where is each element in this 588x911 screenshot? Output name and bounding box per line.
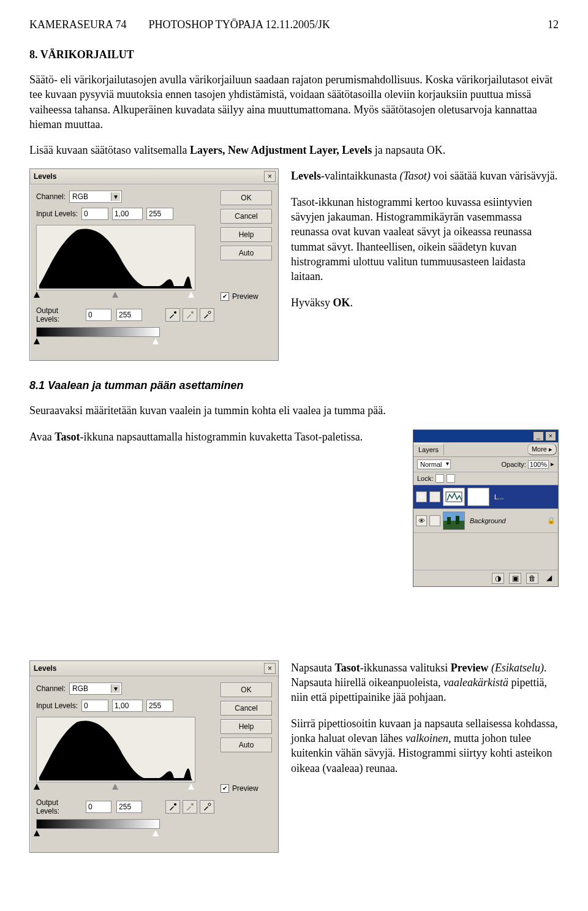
- lock-indicator-icon: 🔒: [547, 516, 556, 524]
- layer-name-2: Background: [467, 517, 545, 524]
- svg-rect-6: [447, 517, 451, 524]
- channel-select[interactable]: RGB ▾: [69, 682, 122, 695]
- section-title: 8. VÄRIKORJAILUT: [29, 48, 559, 61]
- black-point-handle[interactable]: [34, 292, 40, 298]
- sideA-p1-b: Levels: [291, 170, 321, 182]
- sideA-p3-post: .: [350, 297, 353, 309]
- eyedropper-gray-icon[interactable]: [183, 800, 197, 814]
- help-button[interactable]: Help: [221, 227, 272, 242]
- blend-mode-select[interactable]: Normal: [417, 459, 451, 469]
- sideB-p1-i: (Esikatselu): [491, 662, 544, 674]
- sub-p1: Seuraavaksi määritetään kuvan vaalein ja…: [29, 403, 559, 418]
- sideB-p2: Siirrä pipettiosoitin kuvaan ja napsauta…: [291, 716, 559, 776]
- svg-rect-7: [456, 516, 459, 524]
- help-button[interactable]: Help: [221, 719, 272, 734]
- input-level-black[interactable]: 0: [81, 208, 108, 220]
- minimize-icon[interactable]: _: [533, 431, 544, 441]
- svg-point-1: [191, 311, 194, 314]
- close-icon[interactable]: ×: [264, 171, 276, 182]
- ok-button[interactable]: OK: [221, 191, 272, 205]
- svg-rect-4: [443, 512, 464, 521]
- eyedropper-white-icon[interactable]: [200, 308, 214, 322]
- input-level-gamma[interactable]: 1,00: [112, 700, 143, 712]
- levels-titlebar: Levels ×: [30, 169, 278, 184]
- adjustment-layer-row[interactable]: 👁 L...: [413, 485, 558, 509]
- input-slider[interactable]: [36, 784, 194, 792]
- output-white-handle[interactable]: [153, 830, 159, 836]
- eyedropper-gray-icon[interactable]: [183, 308, 197, 322]
- page-header: KAMERASEURA 74 PHOTOSHOP TYÖPAJA 12.11.2…: [29, 18, 559, 31]
- input-level-white[interactable]: 255: [146, 208, 173, 220]
- resize-handle-icon[interactable]: ◢: [543, 573, 554, 583]
- palette-close-icon[interactable]: ×: [545, 431, 556, 441]
- output-white-handle[interactable]: [153, 338, 159, 344]
- white-point-handle[interactable]: [188, 292, 194, 298]
- svg-point-0: [174, 311, 176, 314]
- output-black-handle[interactable]: [34, 830, 40, 836]
- subsection-title: 8.1 Vaalean ja tumman pään asettaminen: [29, 379, 559, 392]
- sideA-p1-rest: -valintaikkunasta: [321, 170, 399, 182]
- visibility-icon[interactable]: 👁: [416, 515, 427, 526]
- output-level-black[interactable]: 0: [86, 801, 111, 813]
- new-layer-icon[interactable]: ▣: [509, 573, 521, 584]
- p2-pre: Lisää kuvaan säätötaso valitsemalla: [29, 144, 190, 156]
- preview-checkbox[interactable]: ✔: [221, 784, 229, 793]
- lock-all-icon[interactable]: [447, 474, 455, 483]
- auto-button[interactable]: Auto: [221, 738, 272, 752]
- output-gradient: [36, 327, 160, 337]
- levels-thumbnail-icon[interactable]: [443, 488, 465, 506]
- chevron-down-icon: ▾: [111, 192, 120, 201]
- sideA-p3: Hyväksy OK.: [291, 295, 559, 310]
- lock-transparency-icon[interactable]: [435, 474, 444, 483]
- preview-checkbox[interactable]: ✔: [221, 292, 229, 301]
- auto-button[interactable]: Auto: [221, 246, 272, 260]
- link-icon[interactable]: [429, 515, 440, 526]
- eyedropper-black-icon[interactable]: [165, 308, 180, 322]
- lock-label: Lock:: [417, 475, 433, 482]
- background-thumbnail-icon: [443, 512, 465, 530]
- layers-tab[interactable]: Layers: [413, 444, 444, 455]
- input-levels-label: Input Levels:: [36, 701, 78, 710]
- input-level-white[interactable]: 255: [146, 700, 173, 712]
- trash-icon[interactable]: 🗑: [526, 573, 538, 584]
- cancel-button[interactable]: Cancel: [221, 209, 272, 224]
- page-number: 12: [548, 18, 559, 31]
- output-levels-label: Output Levels:: [36, 798, 81, 815]
- sideB-p1-b1: Tasot: [334, 662, 360, 674]
- output-level-black[interactable]: 0: [86, 309, 111, 321]
- sideB-p1-b2: Preview: [451, 662, 489, 674]
- layers-palette: _ × Layers More ▸ Normal Opacity: 100% ▸…: [413, 429, 559, 587]
- svg-rect-5: [443, 521, 464, 529]
- palette-more-button[interactable]: More ▸: [527, 444, 557, 455]
- output-slider[interactable]: [36, 830, 159, 839]
- eyedropper-white-icon[interactable]: [200, 800, 214, 814]
- output-level-white[interactable]: 255: [116, 309, 142, 321]
- input-level-gamma[interactable]: 1,00: [112, 208, 143, 220]
- adjustment-layer-icon[interactable]: ◑: [492, 573, 504, 584]
- eyedropper-black-icon[interactable]: [165, 800, 180, 814]
- gray-point-handle[interactable]: [112, 292, 118, 298]
- channel-select[interactable]: RGB ▾: [69, 191, 122, 203]
- close-icon[interactable]: ×: [264, 663, 276, 674]
- levels-dialog-1: Levels × Channel: RGB ▾ Input Levels: 0 …: [29, 168, 279, 361]
- input-level-black[interactable]: 0: [81, 700, 108, 712]
- background-layer-row[interactable]: 👁 Background 🔒: [413, 509, 558, 533]
- visibility-icon[interactable]: 👁: [416, 491, 427, 502]
- chevron-down-icon: ▾: [111, 684, 120, 693]
- channel-label: Channel:: [36, 192, 66, 201]
- gray-point-handle[interactable]: [112, 784, 118, 790]
- sideB-p1-a: Napsauta: [291, 662, 334, 674]
- layer-mask-icon[interactable]: [467, 488, 489, 506]
- ok-button[interactable]: OK: [221, 682, 272, 697]
- output-black-handle[interactable]: [34, 338, 40, 344]
- white-point-handle[interactable]: [188, 784, 194, 790]
- cancel-button[interactable]: Cancel: [221, 701, 272, 716]
- p2-post: ja napsauta OK.: [372, 144, 445, 156]
- input-slider[interactable]: [36, 292, 194, 300]
- opacity-value[interactable]: 100%: [528, 460, 549, 469]
- output-level-white[interactable]: 255: [116, 801, 142, 813]
- output-slider[interactable]: [36, 338, 159, 347]
- black-point-handle[interactable]: [34, 784, 40, 790]
- link-icon[interactable]: [429, 491, 440, 502]
- opacity-arrow-icon[interactable]: ▸: [551, 460, 554, 468]
